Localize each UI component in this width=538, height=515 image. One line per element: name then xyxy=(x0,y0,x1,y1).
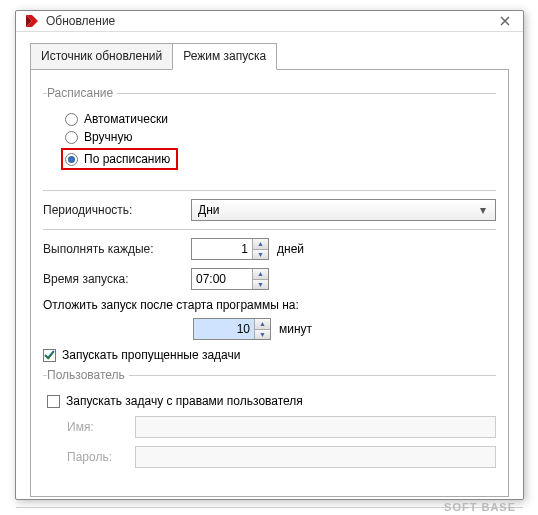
row-periodicity: Периодичность: Дни ▾ xyxy=(43,199,496,221)
unit-minutes: минут xyxy=(279,322,312,336)
spinner-postpone[interactable]: ▲ ▼ xyxy=(193,318,271,340)
spinner-start-time-input[interactable] xyxy=(192,269,252,289)
spinner-up[interactable]: ▲ xyxy=(253,239,268,250)
row-password: Пароль: xyxy=(47,446,496,468)
label-postpone: Отложить запуск после старта программы н… xyxy=(43,298,496,312)
group-user: Пользователь Запускать задачу с правами … xyxy=(43,368,496,484)
select-value: Дни xyxy=(198,203,219,217)
radio-manual[interactable]: Вручную xyxy=(65,130,496,144)
radio-auto[interactable]: Автоматически xyxy=(65,112,496,126)
radio-icon xyxy=(65,131,78,144)
spinner-up[interactable]: ▲ xyxy=(255,319,270,330)
radio-manual-label: Вручную xyxy=(84,130,132,144)
spinner-every-input[interactable] xyxy=(192,239,252,259)
legend-schedule: Расписание xyxy=(47,86,117,100)
spinner-buttons: ▲ ▼ xyxy=(252,239,268,259)
spinner-postpone-input[interactable] xyxy=(194,319,254,339)
row-start-time: Время запуска: ▲ ▼ xyxy=(43,268,496,290)
radio-icon xyxy=(65,113,78,126)
radio-by-schedule[interactable]: По расписанию xyxy=(61,148,496,170)
row-username: Имя: xyxy=(47,416,496,438)
tab-panel: Расписание Автоматически Вручную По расп… xyxy=(30,69,509,497)
label-start-time: Время запуска: xyxy=(43,272,183,286)
divider xyxy=(43,229,496,230)
checkbox-run-as-user[interactable]: Запускать задачу с правами пользователя xyxy=(47,394,496,408)
group-schedule: Расписание Автоматически Вручную По расп… xyxy=(43,86,496,182)
watermark: SOFT BASE xyxy=(444,501,516,513)
row-every: Выполнять каждые: ▲ ▼ дней xyxy=(43,238,496,260)
spinner-start-time[interactable]: ▲ ▼ xyxy=(191,268,269,290)
divider xyxy=(43,190,496,191)
spinner-down[interactable]: ▼ xyxy=(253,280,268,290)
client-area: Источник обновлений Режим запуска Распис… xyxy=(16,32,523,507)
spinner-every[interactable]: ▲ ▼ xyxy=(191,238,269,260)
label-password: Пароль: xyxy=(67,450,127,464)
checkbox-icon xyxy=(47,395,60,408)
checkbox-run-missed[interactable]: Запускать пропущенные задачи xyxy=(43,348,496,362)
radio-icon xyxy=(65,153,78,166)
input-username xyxy=(135,416,496,438)
input-password xyxy=(135,446,496,468)
radio-by-schedule-label: По расписанию xyxy=(84,152,170,166)
row-postpone-input: ▲ ▼ минут xyxy=(193,318,496,340)
spinner-down[interactable]: ▼ xyxy=(253,250,268,260)
radio-auto-label: Автоматически xyxy=(84,112,168,126)
dialog-window: Обновление Источник обновлений Режим зап… xyxy=(15,10,524,500)
window-title: Обновление xyxy=(46,14,495,28)
row-postpone: Отложить запуск после старта программы н… xyxy=(43,298,496,312)
label-username: Имя: xyxy=(67,420,127,434)
spinner-up[interactable]: ▲ xyxy=(253,269,268,280)
spinner-buttons: ▲ ▼ xyxy=(252,269,268,289)
label-run-missed: Запускать пропущенные задачи xyxy=(62,348,240,362)
label-every: Выполнять каждые: xyxy=(43,242,183,256)
tabstrip: Источник обновлений Режим запуска xyxy=(30,42,509,69)
close-button[interactable] xyxy=(495,11,515,31)
unit-days: дней xyxy=(277,242,304,256)
spinner-down[interactable]: ▼ xyxy=(255,330,270,340)
highlight-red-box: По расписанию xyxy=(61,148,178,170)
spinner-buttons: ▲ ▼ xyxy=(254,319,270,339)
titlebar: Обновление xyxy=(16,11,523,32)
tab-source[interactable]: Источник обновлений xyxy=(30,43,173,70)
label-run-as-user: Запускать задачу с правами пользователя xyxy=(66,394,303,408)
label-periodicity: Периодичность: xyxy=(43,203,183,217)
tab-run-mode[interactable]: Режим запуска xyxy=(172,43,277,70)
kaspersky-icon xyxy=(24,13,40,29)
chevron-down-icon: ▾ xyxy=(475,203,491,217)
legend-user: Пользователь xyxy=(47,368,129,382)
select-periodicity[interactable]: Дни ▾ xyxy=(191,199,496,221)
checkbox-icon xyxy=(43,349,56,362)
